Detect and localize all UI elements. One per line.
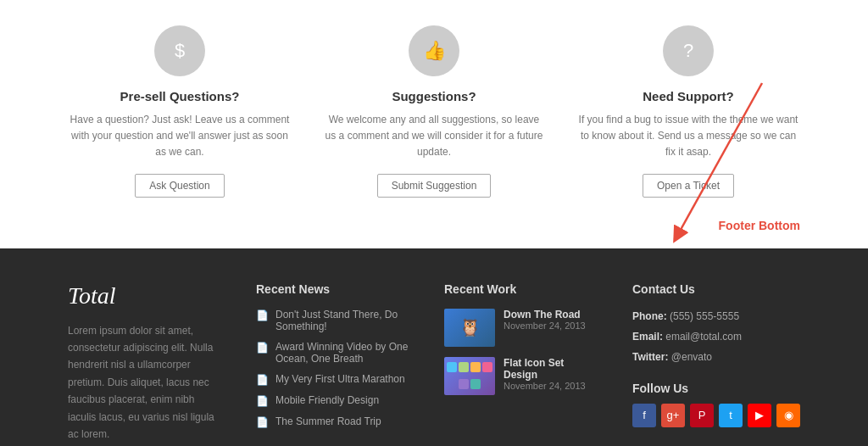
footer-bottom-label: Footer Bottom <box>719 219 800 232</box>
work-date-2: November 24, 2013 <box>504 381 598 391</box>
follow-us-title: Follow Us <box>632 382 800 395</box>
contact-twitter: Twitter: @envato <box>632 349 800 365</box>
contact-email: Email: email@total.com <box>632 329 800 344</box>
doc-icon-5: 📄 <box>256 416 269 428</box>
suggestions-title: Suggestions? <box>324 89 544 103</box>
suggestions-icon: 👍 <box>409 25 459 76</box>
contact-phone: Phone: (555) 555-5555 <box>632 309 800 324</box>
phone-value: (555) 555-5555 <box>670 310 739 322</box>
presell-feature: $ Pre-sell Questions? Have a question? J… <box>53 25 307 198</box>
news-item-1[interactable]: 📄 Don't Just Stand There, Do Something! <box>256 309 410 332</box>
work-info-1: Down The Road November 24, 2013 <box>504 309 586 331</box>
ask-question-button[interactable]: Ask Question <box>135 174 224 198</box>
suggestions-desc: We welcome any and all suggestions, so l… <box>324 112 544 161</box>
social-icons: f g+ P t ▶ ◉ <box>632 404 800 427</box>
news-item-5[interactable]: 📄 The Summer Road Trip <box>256 415 410 428</box>
facebook-button[interactable]: f <box>632 404 656 427</box>
doc-icon-4: 📄 <box>256 395 269 407</box>
twitter-button[interactable]: t <box>719 404 743 427</box>
news-item-2-text: Award Winning Video by One Ocean, One Br… <box>275 341 410 365</box>
work-info-2: Flat Icon Set Design November 24, 2013 <box>504 357 598 391</box>
support-feature: ? Need Support? If you find a bug to iss… <box>561 25 815 198</box>
footer-logo: Total <box>68 282 222 309</box>
open-ticket-button[interactable]: Open a Ticket <box>643 174 734 198</box>
work-thumb-2 <box>444 357 495 395</box>
news-item-3-text: My Very First Ultra Marathon <box>275 373 405 385</box>
support-title: Need Support? <box>578 89 798 103</box>
submit-suggestion-button[interactable]: Submit Suggestion <box>377 174 492 198</box>
footer-about-text: Lorem ipsum dolor sit amet, consectetur … <box>68 322 222 443</box>
suggestions-feature: 👍 Suggestions? We welcome any and all su… <box>307 25 561 198</box>
footer-columns: Total Lorem ipsum dolor sit amet, consec… <box>68 282 800 443</box>
footer-contact-col: Contact Us Phone: (555) 555-5555 Email: … <box>632 282 800 443</box>
footer-work-col: Recent Work 🦉 Down The Road November 24,… <box>444 282 598 443</box>
doc-icon-3: 📄 <box>256 374 269 386</box>
presell-desc: Have a question? Just ask! Leave us a co… <box>70 112 290 161</box>
news-item-4[interactable]: 📄 Mobile Friendly Design <box>256 394 410 407</box>
news-item-4-text: Mobile Friendly Design <box>275 394 379 406</box>
email-label: Email: <box>632 331 665 343</box>
rss-button[interactable]: ◉ <box>776 404 800 427</box>
doc-icon-2: 📄 <box>256 342 269 354</box>
twitter-value: @envato <box>671 351 712 363</box>
recent-work-title: Recent Work <box>444 282 598 296</box>
work-thumb-1: 🦉 <box>444 309 495 347</box>
presell-icon: $ <box>154 25 205 76</box>
work-title-1: Down The Road <box>504 309 586 321</box>
news-item-5-text: The Summer Road Trip <box>275 415 381 427</box>
features-section: $ Pre-sell Questions? Have a question? J… <box>0 0 868 215</box>
footer-news-col: Recent News 📄 Don't Just Stand There, Do… <box>256 282 410 443</box>
work-item-1[interactable]: 🦉 Down The Road November 24, 2013 <box>444 309 598 347</box>
news-item-1-text: Don't Just Stand There, Do Something! <box>275 309 410 332</box>
phone-label: Phone: <box>632 310 670 322</box>
work-date-1: November 24, 2013 <box>504 321 586 331</box>
footer-about-col: Total Lorem ipsum dolor sit amet, consec… <box>68 282 222 443</box>
twitter-label: Twitter: <box>632 351 671 363</box>
email-value: email@total.com <box>665 331 742 343</box>
support-desc: If you find a bug to issue with the them… <box>578 112 798 161</box>
work-title-2: Flat Icon Set Design <box>504 357 598 381</box>
work-item-2[interactable]: Flat Icon Set Design November 24, 2013 <box>444 357 598 395</box>
annotation-area: Footer Bottom <box>0 215 868 248</box>
presell-title: Pre-sell Questions? <box>70 89 290 103</box>
news-item-3[interactable]: 📄 My Very First Ultra Marathon <box>256 373 410 386</box>
google-plus-button[interactable]: g+ <box>661 404 685 427</box>
pinterest-button[interactable]: P <box>690 404 714 427</box>
recent-news-title: Recent News <box>256 282 410 296</box>
youtube-button[interactable]: ▶ <box>748 404 771 427</box>
support-icon: ? <box>663 25 714 76</box>
news-item-2[interactable]: 📄 Award Winning Video by One Ocean, One … <box>256 341 410 365</box>
footer-dark: Total Lorem ipsum dolor sit amet, consec… <box>0 248 868 446</box>
contact-title: Contact Us <box>632 282 800 296</box>
doc-icon-1: 📄 <box>256 309 269 321</box>
